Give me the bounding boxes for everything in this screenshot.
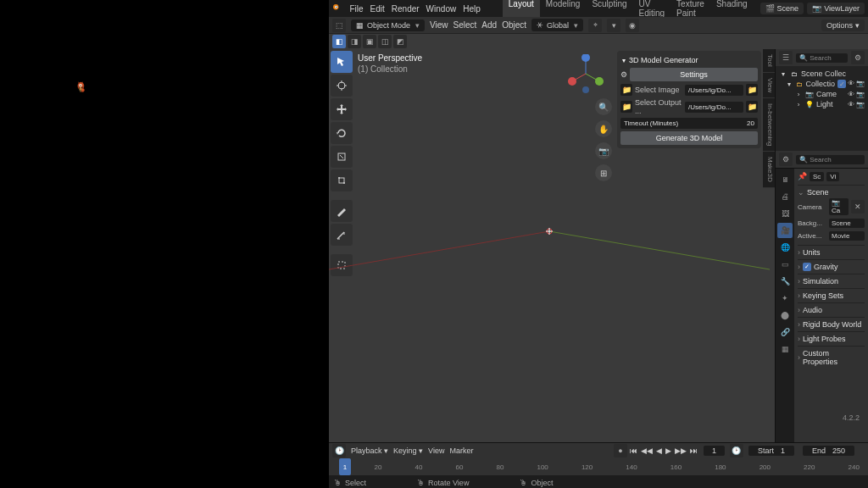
outliner-search[interactable]: 🔍 Search <box>796 53 848 63</box>
generate-button[interactable]: Generate 3D Model <box>620 131 758 145</box>
timeline-type-icon[interactable]: 🕑 <box>332 444 346 458</box>
autokey-icon[interactable]: ● <box>614 444 627 458</box>
gravity-checkbox[interactable]: ✓ <box>803 263 811 271</box>
overlay-icon-3[interactable]: ◫ <box>378 35 392 48</box>
ntab-make3d[interactable]: Make3D <box>763 152 775 188</box>
overlay-icon-4[interactable]: ◩ <box>393 35 407 48</box>
ptab-scene[interactable]: 🎥 <box>777 223 793 238</box>
snap-icon[interactable]: ⌖ <box>588 19 602 32</box>
prop-edit-icon[interactable]: ◉ <box>626 19 639 32</box>
zoom-icon[interactable]: 🔍 <box>595 98 612 115</box>
camera-view-icon[interactable]: 📷 <box>595 142 612 159</box>
tool-cursor[interactable] <box>331 75 353 97</box>
tool-select[interactable] <box>331 51 353 73</box>
ptab-data[interactable]: ▦ <box>777 341 793 357</box>
tool-move[interactable] <box>331 98 353 120</box>
output-path-field[interactable]: /Users/ig/Do... <box>685 102 743 113</box>
browse-image-icon[interactable]: 📁 <box>746 84 758 96</box>
active-clip-field[interactable]: Movie <box>829 231 865 241</box>
ntab-tool[interactable]: Tool <box>763 49 775 73</box>
editor-type-icon[interactable]: ⬚ <box>332 19 346 32</box>
tool-scale[interactable] <box>331 146 353 168</box>
x-icon[interactable]: ✕ <box>851 200 865 214</box>
sec-scene[interactable]: Scene <box>798 188 865 197</box>
browse-output-icon[interactable]: 📁 <box>746 101 758 113</box>
sec-simulation[interactable]: Simulation <box>798 277 865 286</box>
ntab-inbetween[interactable]: In-betweening <box>763 98 775 152</box>
orientation-select[interactable]: ⚹ Global ▾ <box>531 19 583 31</box>
start-frame[interactable]: Start1 <box>748 446 794 456</box>
tool-transform[interactable] <box>331 169 353 191</box>
outliner-row-light[interactable]: ›💡Light👁📷 <box>777 99 866 109</box>
hdr-view[interactable]: View <box>430 20 448 30</box>
clock-icon[interactable]: 🕑 <box>730 444 743 458</box>
ptab-object[interactable]: ▭ <box>777 257 793 272</box>
sec-rigidbody[interactable]: Rigid Body World <box>798 320 865 329</box>
ntab-view[interactable]: View <box>763 73 775 98</box>
ptab-render[interactable]: 🖥 <box>777 172 793 187</box>
hdr-add[interactable]: Add <box>481 20 497 30</box>
ptab-output[interactable]: 🖨 <box>777 189 793 204</box>
tl-keying[interactable]: Keying ▾ <box>393 446 423 455</box>
ptab-world[interactable]: 🌐 <box>777 240 793 255</box>
tool-annotate[interactable] <box>331 200 353 222</box>
pan-icon[interactable]: ✋ <box>595 120 612 137</box>
grid-icon[interactable]: ⊞ <box>595 164 612 181</box>
jump-start-icon[interactable]: ⏮ <box>629 446 638 455</box>
tool-rotate[interactable] <box>331 122 353 144</box>
folder-icon[interactable]: 📁 <box>620 101 632 113</box>
scene-selector[interactable]: 🎬Scene <box>760 3 804 14</box>
menu-window[interactable]: Window <box>426 4 457 14</box>
camera-field[interactable]: 📷 Ca <box>829 198 849 215</box>
end-frame[interactable]: End250 <box>803 446 854 456</box>
folder-icon[interactable]: 📁 <box>620 84 632 96</box>
sec-keying[interactable]: Keying Sets <box>798 291 865 300</box>
options-dropdown[interactable]: Options ▾ <box>821 19 865 31</box>
sec-lightprobes[interactable]: Light Probes <box>798 335 865 343</box>
ptab-particles[interactable]: ✦ <box>777 291 793 306</box>
playhead[interactable]: 1 <box>339 458 351 475</box>
sec-audio[interactable]: Audio <box>798 306 865 314</box>
filter-icon[interactable]: ⚙ <box>851 51 865 64</box>
outliner-type-icon[interactable]: ☰ <box>779 51 793 64</box>
keyframe-prev-icon[interactable]: ◀◀ <box>640 446 654 455</box>
hdr-object[interactable]: Object <box>502 20 526 30</box>
play-icon[interactable]: ▶ <box>665 446 672 455</box>
settings-header[interactable]: Settings <box>630 68 758 81</box>
outliner-row-scene[interactable]: ▾🗀Scene Collec <box>777 69 866 79</box>
menu-help[interactable]: Help <box>463 4 481 14</box>
outliner-row-collection[interactable]: ▾🗀Collectio✓👁📷 <box>777 79 866 89</box>
menu-edit[interactable]: Edit <box>370 4 385 14</box>
sec-custom[interactable]: Custom Properties <box>798 349 865 366</box>
menu-file[interactable]: File <box>349 4 363 14</box>
tl-playback[interactable]: Playback ▾ <box>351 446 388 455</box>
timeout-field[interactable]: Timeout (Minutes)20 <box>620 118 758 129</box>
tl-view[interactable]: View <box>428 446 444 455</box>
overlay-icon-2[interactable]: ▣ <box>363 35 376 48</box>
keyframe-next-icon[interactable]: ▶▶ <box>674 446 687 455</box>
properties-type-icon[interactable]: ⚙ <box>779 152 793 166</box>
jump-end-icon[interactable]: ⏭ <box>689 446 698 455</box>
sec-gravity[interactable]: ✓ Gravity <box>798 263 865 271</box>
axis-gizmo[interactable] <box>566 54 605 93</box>
tool-add-cube[interactable] <box>331 254 353 276</box>
viewlayer-pill[interactable]: Vi <box>826 172 839 181</box>
mode-select[interactable]: ▦ Object Mode ▾ <box>351 19 425 31</box>
pin-icon[interactable]: 📌 <box>798 172 807 181</box>
snap-dd-icon[interactable]: ▾ <box>607 19 620 32</box>
hdr-select[interactable]: Select <box>453 20 477 30</box>
ptab-physics[interactable]: ⬤ <box>777 308 793 323</box>
addon-title[interactable]: 3D Model Generator <box>620 54 758 68</box>
current-frame[interactable]: 1 <box>704 446 725 456</box>
overlay-icon-1[interactable]: ◨ <box>348 35 361 48</box>
scene-pill[interactable]: Sc <box>810 172 824 181</box>
ptab-constraint[interactable]: 🔗 <box>777 324 793 340</box>
3d-viewport[interactable]: User Perspective (1) Collection 🔍 <box>329 49 775 442</box>
play-rev-icon[interactable]: ◀ <box>655 446 663 455</box>
sec-units[interactable]: Units <box>798 248 865 257</box>
gizmo-toggle-icon[interactable]: ◧ <box>332 35 346 48</box>
ptab-viewlayer[interactable]: 🖼 <box>777 206 793 221</box>
tool-measure[interactable] <box>331 224 353 246</box>
background-field[interactable]: Scene <box>829 219 865 228</box>
menu-render[interactable]: Render <box>392 4 420 14</box>
